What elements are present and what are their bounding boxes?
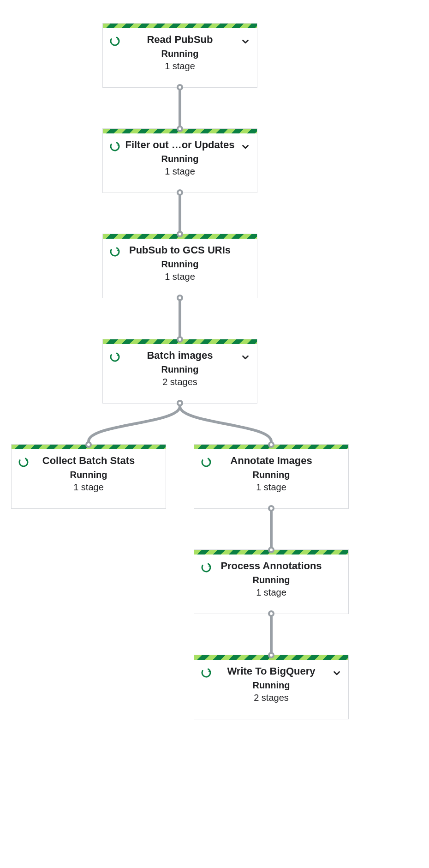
- node-title: Batch images: [147, 350, 213, 362]
- node-title: Collect Batch Stats: [42, 455, 135, 467]
- node-stages: 1 stage: [165, 271, 195, 282]
- pipeline-node-process-annotations[interactable]: Process AnnotationsRunning1 stage: [194, 549, 349, 614]
- pipeline-node-annotate-images[interactable]: Annotate ImagesRunning1 stage: [194, 444, 349, 509]
- node-status: Running: [161, 364, 198, 375]
- input-port: [268, 441, 274, 448]
- pipeline-node-read-pubsub[interactable]: Read PubSubRunning1 stage: [102, 23, 257, 88]
- node-status: Running: [70, 470, 107, 480]
- node-title: Read PubSub: [147, 34, 213, 46]
- output-port: [268, 610, 274, 617]
- node-body: Process AnnotationsRunning1 stage: [194, 555, 348, 614]
- node-stages: 1 stage: [165, 166, 195, 177]
- output-port: [177, 400, 183, 406]
- node-status: Running: [252, 575, 290, 585]
- pipeline-node-write-to-bigquery[interactable]: Write To BigQueryRunning2 stages: [194, 655, 349, 719]
- output-port: [177, 189, 183, 196]
- input-port: [177, 231, 183, 237]
- node-body: PubSub to GCS URIsRunning1 stage: [103, 239, 257, 298]
- node-status: Running: [161, 48, 198, 59]
- node-stages: 1 stage: [73, 482, 104, 493]
- output-port: [177, 295, 183, 301]
- output-port: [177, 84, 183, 90]
- node-body: Write To BigQueryRunning2 stages: [194, 660, 348, 719]
- node-status: Running: [252, 680, 290, 691]
- output-port: [268, 505, 274, 512]
- pipeline-node-filter-updates[interactable]: Filter out …or UpdatesRunning1 stage: [102, 128, 257, 193]
- pipeline-node-batch-images[interactable]: Batch imagesRunning2 stages: [102, 339, 257, 404]
- node-status: Running: [252, 470, 290, 480]
- pipeline-node-collect-batch-stats[interactable]: Collect Batch StatsRunning1 stage: [11, 444, 166, 509]
- node-body: Read PubSubRunning1 stage: [103, 28, 257, 87]
- node-title: Write To BigQuery: [227, 665, 315, 677]
- node-body: Filter out …or UpdatesRunning1 stage: [103, 133, 257, 193]
- node-stages: 1 stage: [165, 61, 195, 72]
- input-port: [268, 652, 274, 658]
- node-title: Filter out …or Updates: [125, 139, 234, 151]
- node-stages: 2 stages: [162, 377, 197, 387]
- pipeline-edge: [89, 406, 180, 441]
- node-stages: 2 stages: [254, 693, 289, 703]
- node-stages: 1 stage: [256, 587, 286, 598]
- node-status: Running: [161, 259, 198, 270]
- input-port: [177, 126, 183, 132]
- pipeline-edge: [180, 406, 271, 441]
- input-port: [268, 547, 274, 553]
- node-stages: 1 stage: [256, 482, 286, 493]
- node-title: Process Annotations: [220, 560, 322, 572]
- node-body: Annotate ImagesRunning1 stage: [194, 449, 348, 508]
- input-port: [85, 441, 92, 448]
- node-title: Annotate Images: [230, 455, 312, 467]
- running-stripe: [103, 24, 257, 28]
- node-body: Collect Batch StatsRunning1 stage: [12, 449, 166, 508]
- node-body: Batch imagesRunning2 stages: [103, 344, 257, 403]
- node-title: PubSub to GCS URIs: [129, 244, 231, 256]
- node-status: Running: [161, 154, 198, 164]
- pipeline-node-pubsub-to-gcs-uris[interactable]: PubSub to GCS URIsRunning1 stage: [102, 234, 257, 298]
- input-port: [177, 336, 183, 343]
